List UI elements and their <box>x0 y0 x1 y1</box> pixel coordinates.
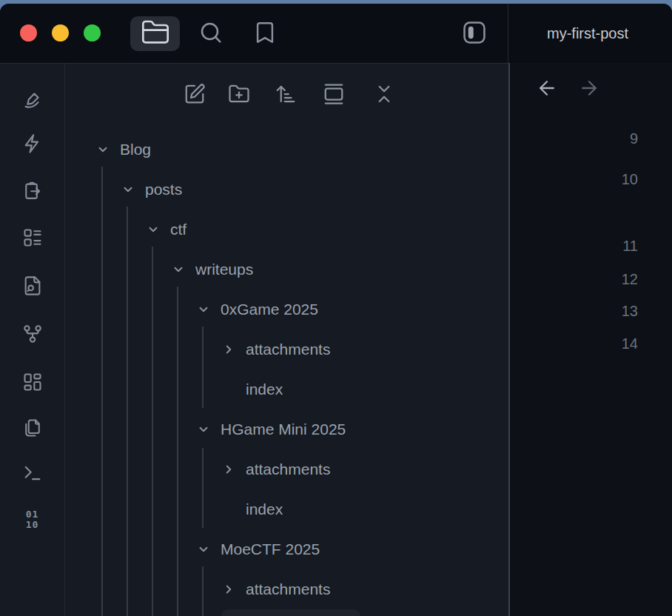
tab-files[interactable] <box>130 16 180 51</box>
tree-row[interactable]: 0xGame 2025 <box>65 289 508 329</box>
tree-row[interactable]: index <box>65 489 508 529</box>
tree-item-label: ctf <box>170 221 187 238</box>
tree-item-label: attachments <box>246 580 330 598</box>
terminal-icon[interactable] <box>18 458 47 488</box>
chevron-down-icon[interactable] <box>121 183 135 196</box>
panel-right-toggle-icon <box>460 19 488 50</box>
tree-row[interactable]: MoeCTF 2025 <box>65 529 508 569</box>
clipboard-export-icon[interactable] <box>18 176 47 206</box>
tree-row[interactable]: ctf <box>65 210 508 250</box>
document-title: my-first-post <box>547 4 628 63</box>
tree-item-label: Blog <box>120 141 151 158</box>
tree-row[interactable]: Blog <box>65 130 508 170</box>
arrow-right-icon <box>578 77 600 102</box>
arrow-left-icon <box>536 77 558 102</box>
line-number: 10 <box>622 170 638 189</box>
tree-row[interactable]: attachments <box>65 569 508 609</box>
navigate-forward-button[interactable] <box>578 78 600 101</box>
tab-bookmarks[interactable] <box>247 16 282 51</box>
tab-search[interactable] <box>193 16 228 51</box>
tree-item-label: HGame Mini 2025 <box>221 421 346 438</box>
line-number: 13 <box>622 301 638 321</box>
zap-icon[interactable] <box>18 129 47 158</box>
collapse-all-button[interactable] <box>373 83 395 105</box>
app-window: my-first-post <box>0 4 672 616</box>
chevron-right-icon[interactable] <box>222 583 235 596</box>
close-button[interactable] <box>20 24 37 41</box>
layout-dashboard-icon[interactable] <box>18 367 47 397</box>
line-number: 12 <box>622 270 638 289</box>
tree-item-label: MoeCTF 2025 <box>221 540 320 558</box>
search-icon <box>198 19 224 49</box>
titlebar-left <box>0 4 508 63</box>
titlebar: my-first-post <box>0 4 672 63</box>
gallery-vertical-button[interactable] <box>323 83 345 105</box>
copy-pages-icon[interactable] <box>18 413 47 443</box>
new-folder-button[interactable] <box>228 83 250 105</box>
line-number: 14 <box>622 334 638 353</box>
sort-order-button[interactable] <box>275 83 297 105</box>
file-explorer: Blog posts ctf writeups 0xGame 2025 atta… <box>65 63 508 616</box>
editor-tab-header[interactable]: my-first-post <box>508 4 672 63</box>
traffic-lights <box>20 24 101 41</box>
folder-icon <box>141 18 170 50</box>
tree-row[interactable]: writeups <box>65 250 508 289</box>
zoom-button[interactable] <box>84 24 101 41</box>
editor-pane[interactable]: 9 10 11 12 13 14 <box>510 63 672 616</box>
chevron-down-icon[interactable] <box>172 263 185 276</box>
chevron-down-icon[interactable] <box>197 423 210 436</box>
layout-list-icon[interactable] <box>18 223 47 252</box>
chevron-right-icon[interactable] <box>222 463 235 476</box>
git-fork-icon[interactable] <box>18 319 47 349</box>
line-number: 9 <box>630 129 638 148</box>
minimize-button[interactable] <box>52 24 69 41</box>
tree-row[interactable]: index <box>65 369 508 409</box>
file-search-icon[interactable] <box>18 271 47 301</box>
right-sidebar-toggle[interactable] <box>457 16 491 51</box>
tree-item-label: writeups <box>195 261 253 278</box>
tree-item-label: index <box>246 381 283 398</box>
tree-row[interactable]: attachments <box>65 449 508 489</box>
tree-row[interactable]: HGame Mini 2025 <box>65 409 508 449</box>
chevron-down-icon[interactable] <box>197 543 210 556</box>
tree-item-label: attachments <box>246 341 330 358</box>
tree-row[interactable]: posts <box>65 170 508 210</box>
chevron-down-icon[interactable] <box>197 303 210 316</box>
ribbon: 01 10 <box>0 63 65 616</box>
line-number: 11 <box>622 236 638 255</box>
chevron-down-icon[interactable] <box>96 143 110 156</box>
binary-icon[interactable]: 01 10 <box>18 505 47 535</box>
tree-row[interactable]: attachments <box>65 329 508 369</box>
bookmark-icon <box>252 20 278 48</box>
tree-item-label: posts <box>145 181 182 198</box>
chevron-right-icon[interactable] <box>222 343 235 356</box>
new-note-button[interactable] <box>184 83 206 105</box>
tree-item-label: attachments <box>246 461 330 478</box>
tree-item-label: index <box>246 500 283 518</box>
chevron-down-icon[interactable] <box>147 223 160 236</box>
tree-item-label: 0xGame 2025 <box>221 301 318 318</box>
pen-swoosh-icon[interactable] <box>18 84 47 114</box>
navigate-back-button[interactable] <box>536 78 558 101</box>
tree-row-highlight-partial[interactable] <box>221 609 360 616</box>
